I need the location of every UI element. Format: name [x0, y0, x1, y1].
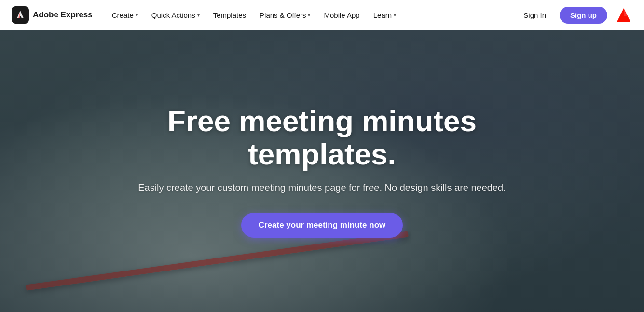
chevron-down-icon: ▾: [394, 13, 396, 18]
adobe-logo-icon: [615, 6, 632, 24]
chevron-down-icon: ▾: [308, 13, 310, 18]
nav-quick-actions[interactable]: Quick Actions ▾: [146, 7, 206, 23]
nav-right: Sign In Sign up: [518, 6, 632, 24]
nav-links: Create ▾ Quick Actions ▾ Templates Plans…: [106, 7, 518, 23]
hero-cta-button[interactable]: Create your meeting minute now: [241, 213, 403, 238]
nav-mobile-app[interactable]: Mobile App: [318, 7, 365, 23]
hero-subtitle: Easily create your custom meeting minute…: [138, 182, 506, 193]
adobe-express-icon: [12, 6, 29, 24]
nav-create[interactable]: Create ▾: [106, 7, 144, 23]
sign-up-button[interactable]: Sign up: [560, 7, 607, 24]
nav-templates[interactable]: Templates: [207, 7, 252, 23]
main-nav: Adobe Express Create ▾ Quick Actions ▾ T…: [0, 0, 644, 30]
hero-title: Free meeting minutes templates.: [105, 105, 539, 170]
nav-plans-offers[interactable]: Plans & Offers ▾: [254, 7, 316, 23]
brand-name: Adobe Express: [33, 10, 93, 20]
hero-content: Free meeting minutes templates. Easily c…: [0, 30, 644, 312]
brand-logo[interactable]: Adobe Express: [12, 6, 93, 24]
chevron-down-icon: ▾: [197, 13, 200, 18]
nav-learn[interactable]: Learn ▾: [368, 7, 402, 23]
chevron-down-icon: ▾: [136, 13, 138, 18]
sign-in-button[interactable]: Sign In: [518, 7, 552, 23]
hero-section: Free meeting minutes templates. Easily c…: [0, 30, 644, 312]
